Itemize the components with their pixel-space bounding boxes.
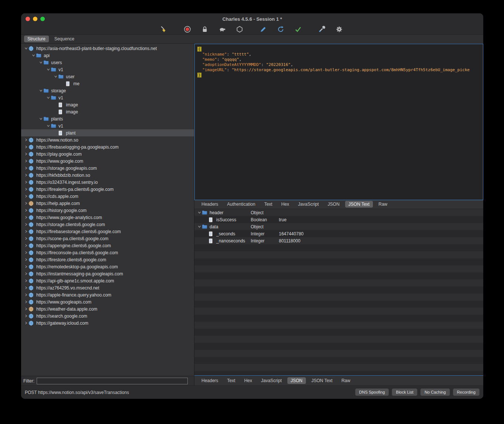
chevron-right-icon[interactable]: [23, 237, 29, 240]
response-tab-hex[interactable]: Hex: [278, 201, 292, 208]
chevron-right-icon[interactable]: [23, 279, 29, 282]
filter-input[interactable]: [37, 378, 188, 384]
chevron-right-icon[interactable]: [23, 152, 29, 156]
tree-row[interactable]: https://asia-northeast3-plant-butler-sta…: [21, 45, 194, 52]
chevron-right-icon[interactable]: [23, 195, 29, 198]
tree-row[interactable]: storage: [21, 87, 194, 94]
chevron-right-icon[interactable]: [23, 202, 29, 205]
response-json-table[interactable]: headerObjectisSuccessBooleantruedataObje…: [194, 209, 483, 376]
bottom-tab-javascript[interactable]: JavaScript: [258, 377, 285, 384]
tree-row[interactable]: https://scone-pa.clients6.google.com: [21, 235, 194, 242]
chevron-right-icon[interactable]: [23, 286, 29, 289]
chevron-right-icon[interactable]: [23, 159, 29, 163]
chevron-down-icon[interactable]: [38, 117, 43, 120]
response-tab-text[interactable]: Text: [261, 201, 276, 208]
tree-row[interactable]: image: [21, 108, 194, 115]
chevron-right-icon[interactable]: [23, 230, 29, 233]
compose-icon[interactable]: [260, 26, 267, 33]
chevron-right-icon[interactable]: [23, 307, 29, 311]
tree-row[interactable]: https://help.apple.com: [21, 200, 194, 207]
tab-structure[interactable]: Structure: [24, 36, 49, 42]
tree-row[interactable]: plant: [21, 129, 194, 136]
chevron-right-icon[interactable]: [23, 173, 29, 177]
chevron-right-icon[interactable]: [23, 300, 29, 304]
chevron-right-icon[interactable]: [23, 251, 29, 254]
chevron-right-icon[interactable]: [23, 188, 29, 191]
tree-row[interactable]: https://fireconsole-pa.clients6.google.c…: [21, 249, 194, 256]
recording-button[interactable]: Recording: [453, 388, 480, 396]
chevron-right-icon[interactable]: [23, 293, 29, 297]
chevron-right-icon[interactable]: [23, 244, 29, 247]
validate-icon[interactable]: [294, 26, 302, 33]
bottom-tab-headers[interactable]: Headers: [198, 377, 221, 384]
tree-row[interactable]: plants: [21, 115, 194, 122]
response-tab-raw[interactable]: Raw: [375, 201, 391, 208]
tools-icon[interactable]: [318, 26, 326, 33]
tree-row[interactable]: https://www.notion.so: [21, 136, 194, 143]
chevron-down-icon[interactable]: [31, 54, 36, 57]
tab-sequence[interactable]: Sequence: [51, 36, 78, 42]
chevron-right-icon[interactable]: [23, 166, 29, 170]
tree-row[interactable]: https://play.google.com: [21, 150, 194, 158]
title-bar[interactable]: Charles 4.5.6 - Session 1 *: [21, 13, 483, 24]
tree-row[interactable]: https://remotedesktop-pa.googleapis.com: [21, 263, 194, 270]
chevron-right-icon[interactable]: [23, 258, 29, 261]
dns-spoofing-button[interactable]: DNS Spoofing: [355, 388, 389, 396]
settings-icon[interactable]: [336, 26, 343, 33]
chevron-right-icon[interactable]: [23, 265, 29, 268]
chevron-down-icon[interactable]: [46, 68, 51, 71]
tree-row[interactable]: image: [21, 101, 194, 108]
tree-row[interactable]: https://www.googleapis.com: [21, 298, 194, 305]
chevron-down-icon[interactable]: [46, 124, 51, 127]
tree-row[interactable]: https://history.google.com: [21, 207, 194, 214]
response-row[interactable]: _nanosecondsInteger801118000: [194, 237, 483, 244]
chevron-right-icon[interactable]: [23, 272, 29, 275]
tree-row[interactable]: me: [21, 80, 194, 87]
request-body-view[interactable]: { "nickname": "ttttt", "memo": "qqqqq", …: [194, 44, 483, 200]
tree-row[interactable]: https://gateway.icloud.com: [21, 319, 194, 327]
chevron-down-icon[interactable]: [197, 225, 202, 228]
tree-row[interactable]: https://hkfxbbdzib.notion.so: [21, 172, 194, 179]
tree-row[interactable]: https://firebasestorage.clients6.google.…: [21, 228, 194, 235]
chevron-right-icon[interactable]: [23, 216, 29, 219]
tree-row[interactable]: users: [21, 59, 194, 66]
tree-row[interactable]: https://firestore.clients6.google.com: [21, 256, 194, 263]
chevron-down-icon[interactable]: [23, 47, 29, 50]
structure-tree[interactable]: https://asia-northeast3-plant-butler-sta…: [21, 44, 194, 376]
bottom-tab-json-text[interactable]: JSON Text: [308, 377, 336, 384]
tree-row[interactable]: https://instantmessaging-pa.googleapis.c…: [21, 270, 194, 277]
bottom-tab-json[interactable]: JSON: [287, 377, 306, 384]
chevron-right-icon[interactable]: [23, 145, 29, 149]
chevron-right-icon[interactable]: [23, 209, 29, 212]
bottom-tab-raw[interactable]: Raw: [338, 377, 354, 384]
tree-row[interactable]: https://storage.clients6.google.com: [21, 221, 194, 228]
response-tab-json[interactable]: JSON: [324, 201, 343, 208]
throttle-icon[interactable]: [218, 26, 226, 33]
tree-row[interactable]: https://cds.apple.com: [21, 193, 194, 200]
chevron-down-icon[interactable]: [53, 75, 58, 78]
breakpoints-icon[interactable]: [236, 26, 243, 33]
tree-row[interactable]: user: [21, 73, 194, 80]
tree-row[interactable]: https://search.google.com: [21, 312, 194, 319]
tree-row[interactable]: https://www.google.com: [21, 158, 194, 165]
chevron-down-icon[interactable]: [38, 89, 43, 92]
chevron-right-icon[interactable]: [23, 180, 29, 184]
block-list-button[interactable]: Block List: [392, 388, 417, 396]
tree-row[interactable]: https://az764295.vo.msecnd.net: [21, 284, 194, 291]
chevron-right-icon[interactable]: [23, 321, 29, 325]
chevron-right-icon[interactable]: [23, 138, 29, 142]
response-tab-javascript[interactable]: JavaScript: [295, 201, 322, 208]
bottom-tab-hex[interactable]: Hex: [241, 377, 255, 384]
chevron-down-icon[interactable]: [197, 211, 202, 214]
tree-row[interactable]: https://weather-data.apple.com: [21, 305, 194, 312]
chevron-down-icon[interactable]: [38, 61, 43, 64]
repeat-icon[interactable]: [277, 26, 284, 33]
tree-row[interactable]: https://storage.googleapis.com: [21, 165, 194, 172]
tree-row[interactable]: v1: [21, 94, 194, 101]
tree-row[interactable]: v1: [21, 122, 194, 129]
tree-row[interactable]: v1: [21, 66, 194, 73]
response-tab-headers[interactable]: Headers: [198, 201, 221, 208]
response-row[interactable]: isSuccessBooleantrue: [194, 216, 483, 223]
chevron-right-icon[interactable]: [23, 223, 29, 226]
clear-session-icon[interactable]: [160, 26, 167, 33]
